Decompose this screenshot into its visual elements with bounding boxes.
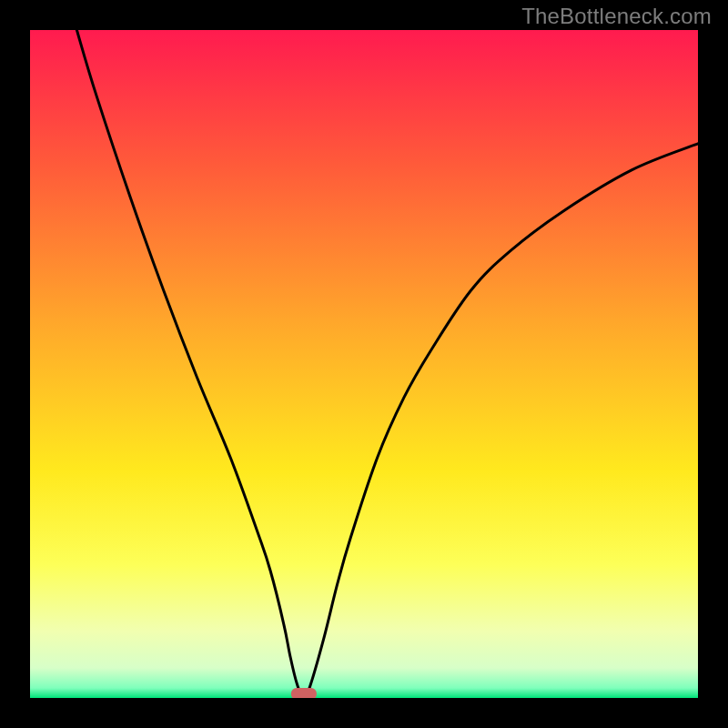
bottleneck-chart (30, 30, 698, 698)
optimal-marker (291, 688, 317, 698)
chart-background (30, 30, 698, 698)
outer-frame: TheBottleneck.com (0, 0, 728, 728)
plot-area (30, 30, 698, 698)
watermark-text: TheBottleneck.com (521, 4, 712, 29)
